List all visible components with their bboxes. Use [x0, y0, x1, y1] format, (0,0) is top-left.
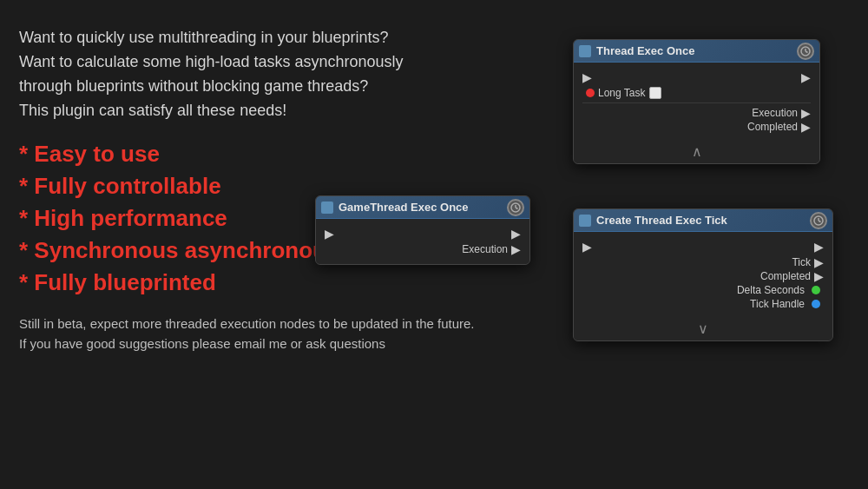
gamethread-exec-once-title: GameThread Exec Once	[339, 201, 469, 214]
completed-row: Completed ▶	[582, 121, 811, 133]
chevron-down: ∧	[574, 142, 819, 163]
tick-handle-circle	[812, 300, 820, 308]
execution-label: Execution	[752, 107, 798, 119]
main-container: Want to quickly use multithreading in yo…	[0, 0, 868, 489]
left-content: Want to quickly use multithreading in yo…	[19, 26, 583, 354]
delta-seconds-circle	[812, 286, 820, 294]
execution-row: Execution ▶	[582, 107, 811, 119]
divider	[582, 102, 811, 103]
create-thread-exec-tick-title: Create Thread Exec Tick	[596, 214, 727, 227]
thread-exec-once-header: Thread Exec Once	[574, 40, 819, 63]
execution-pin-gt: ▶	[511, 243, 521, 255]
tick-handle-label: Tick Handle	[750, 298, 805, 310]
completed-label: Completed	[747, 121, 798, 133]
thread-exec-once-title: Thread Exec Once	[596, 44, 694, 57]
execution-row-gt: Execution ▶	[325, 243, 521, 255]
gamethread-exec-once-header: GameThread Exec Once	[316, 196, 529, 219]
create-thread-exec-tick-body: ▶ ▶ Tick ▶ Completed ▶ Delta Seconds Tic…	[574, 232, 832, 319]
tick-row: Tick ▶	[582, 256, 824, 268]
completed-row-ct: Completed ▶	[582, 270, 824, 282]
exec-pin-right: ▶	[801, 71, 811, 83]
exec-pin-left-ct: ▶	[582, 241, 592, 253]
clock-icon-2	[507, 199, 524, 216]
delta-seconds-row: Delta Seconds	[582, 284, 824, 296]
delta-seconds-label: Delta Seconds	[737, 284, 805, 296]
exec-pin-left-gt: ▶	[325, 228, 334, 240]
svg-line-8	[819, 221, 821, 222]
exec-row-main: ▶ ▶	[582, 71, 811, 83]
node-icon	[579, 45, 591, 57]
exec-pin-right-gt: ▶	[511, 228, 521, 240]
clock-icon	[797, 43, 814, 60]
intro-line-3: through blueprints without blocking game…	[19, 77, 368, 95]
exec-pin-right-ct: ▶	[814, 241, 824, 253]
create-thread-exec-tick-header: Create Thread Exec Tick	[574, 209, 832, 232]
feature-fully-blueprinted: * Fully blueprinted	[19, 268, 583, 298]
svg-line-2	[806, 51, 808, 53]
svg-line-5	[516, 208, 518, 209]
completed-pin-ct: ▶	[814, 270, 824, 282]
beta-line-2: If you have good suggestions please emai…	[19, 336, 385, 351]
tick-pin: ▶	[814, 256, 824, 268]
intro-line-4: This plugin can satisfy all these needs!	[19, 102, 286, 119]
gamethread-exec-once-body: ▶ ▶ Execution ▶	[316, 219, 529, 264]
tick-label: Tick	[792, 256, 811, 268]
thread-exec-once-node: Thread Exec Once ▶ ▶ Long Task Execution…	[573, 39, 820, 164]
exec-row-gt: ▶ ▶	[325, 228, 521, 240]
intro-line-2: Want to calculate some high-load tasks a…	[19, 53, 404, 70]
intro-text: Want to quickly use multithreading in yo…	[19, 26, 583, 123]
clock-icon-3	[810, 212, 827, 229]
gamethread-exec-once-node: GameThread Exec Once ▶ ▶ Execution ▶	[315, 195, 530, 265]
execution-label-gt: Execution	[462, 243, 508, 255]
beta-text: Still in beta, expect more threaded exec…	[19, 314, 583, 354]
feature-easy-to-use: * Easy to use	[19, 139, 583, 169]
completed-pin: ▶	[801, 121, 811, 133]
tick-handle-row: Tick Handle	[582, 298, 824, 310]
completed-label-ct: Completed	[760, 270, 811, 282]
chevron-down-ct: ∨	[574, 319, 832, 340]
create-thread-exec-tick-node: Create Thread Exec Tick ▶ ▶ Tick ▶ Compl…	[573, 208, 833, 341]
node-icon-2	[321, 202, 333, 214]
exec-row-ct: ▶ ▶	[582, 241, 824, 253]
long-task-row: Long Task	[582, 87, 811, 99]
thread-exec-once-body: ▶ ▶ Long Task Execution ▶ Completed ▶	[574, 63, 819, 142]
execution-pin: ▶	[801, 107, 811, 119]
intro-line-1: Want to quickly use multithreading in yo…	[19, 29, 389, 46]
node-icon-3	[579, 215, 591, 227]
long-task-pin-circle	[586, 89, 595, 97]
long-task-checkbox	[649, 87, 661, 99]
long-task-label: Long Task	[598, 87, 646, 99]
exec-pin-left: ▶	[582, 71, 592, 83]
beta-line-1: Still in beta, expect more threaded exec…	[19, 316, 475, 331]
